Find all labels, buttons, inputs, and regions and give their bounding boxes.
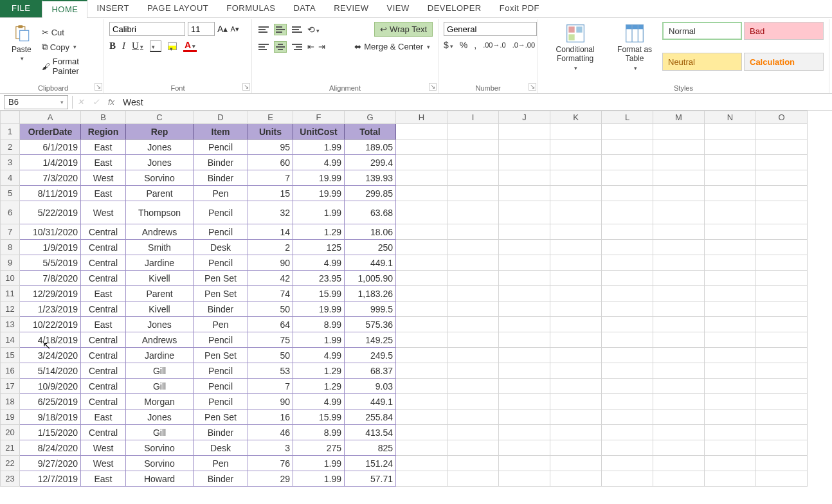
cell[interactable] xyxy=(653,155,705,170)
percent-format-button[interactable]: % xyxy=(460,40,467,50)
cell[interactable] xyxy=(653,240,705,255)
underline-button[interactable]: U xyxy=(132,40,143,51)
cell[interactable] xyxy=(550,255,602,271)
cell[interactable] xyxy=(550,170,602,186)
cell[interactable] xyxy=(602,348,653,363)
tab-developer[interactable]: DEVELOPER xyxy=(419,0,491,17)
cell[interactable] xyxy=(705,186,756,201)
alignment-launcher-icon[interactable]: ↘ xyxy=(429,83,437,91)
row-header-21[interactable]: 21 xyxy=(1,440,20,456)
align-center-icon[interactable] xyxy=(274,41,287,53)
cell[interactable] xyxy=(756,224,808,240)
cell[interactable]: 151.24 xyxy=(345,456,396,471)
cell[interactable] xyxy=(550,240,602,255)
cell[interactable] xyxy=(653,410,705,425)
cell[interactable] xyxy=(499,240,550,255)
cell[interactable]: Andrews xyxy=(126,332,194,348)
cell[interactable]: 64 xyxy=(248,317,293,332)
cell[interactable]: 4.99 xyxy=(293,348,345,363)
cell[interactable] xyxy=(705,255,756,271)
cell[interactable] xyxy=(448,379,499,394)
cell[interactable]: 449.1 xyxy=(345,394,396,410)
col-header-F[interactable]: F xyxy=(293,111,345,124)
row-header-12[interactable]: 12 xyxy=(1,302,20,317)
cell[interactable] xyxy=(756,302,808,317)
cell[interactable]: Pencil xyxy=(194,201,248,224)
fx-icon[interactable]: fx xyxy=(104,97,119,107)
col-header-N[interactable]: N xyxy=(705,111,756,124)
cell[interactable] xyxy=(396,379,448,394)
cell[interactable]: Pen Set xyxy=(194,286,248,302)
cell[interactable]: 5/22/2019 xyxy=(20,201,81,224)
cell[interactable] xyxy=(499,425,550,440)
cell[interactable]: West xyxy=(81,201,126,224)
cell[interactable] xyxy=(602,317,653,332)
cell[interactable]: Gill xyxy=(126,363,194,379)
cell[interactable]: Sorvino xyxy=(126,440,194,456)
cell[interactable]: East xyxy=(81,140,126,155)
cell[interactable]: 4.99 xyxy=(293,394,345,410)
italic-button[interactable]: I xyxy=(122,40,125,51)
row-header-8[interactable]: 8 xyxy=(1,240,20,255)
cell[interactable] xyxy=(756,471,808,487)
cell[interactable] xyxy=(550,348,602,363)
cell[interactable] xyxy=(705,394,756,410)
cell[interactable] xyxy=(499,379,550,394)
cell[interactable]: 1.99 xyxy=(293,201,345,224)
cell[interactable] xyxy=(756,363,808,379)
cell[interactable] xyxy=(499,255,550,271)
cell[interactable]: Parent xyxy=(126,186,194,201)
cell[interactable] xyxy=(396,140,448,155)
cell[interactable] xyxy=(602,201,653,224)
cell[interactable]: 9/18/2019 xyxy=(20,410,81,425)
cell[interactable] xyxy=(550,302,602,317)
cell[interactable] xyxy=(550,124,602,140)
cell[interactable]: Jardine xyxy=(126,348,194,363)
cell[interactable]: 12/29/2019 xyxy=(20,286,81,302)
cell[interactable] xyxy=(653,186,705,201)
cell[interactable] xyxy=(396,286,448,302)
row-header-6[interactable]: 6 xyxy=(1,201,20,224)
cell[interactable]: Howard xyxy=(126,471,194,487)
cell[interactable] xyxy=(756,201,808,224)
cell[interactable]: 9/27/2020 xyxy=(20,456,81,471)
cell[interactable] xyxy=(705,224,756,240)
cell[interactable]: Pencil xyxy=(194,140,248,155)
cell[interactable] xyxy=(756,317,808,332)
cell[interactable]: 4.99 xyxy=(293,155,345,170)
row-header-7[interactable]: 7 xyxy=(1,224,20,240)
cell[interactable]: Central xyxy=(81,379,126,394)
cell[interactable] xyxy=(705,379,756,394)
cell[interactable]: West xyxy=(81,456,126,471)
cell[interactable]: Central xyxy=(81,302,126,317)
cell[interactable]: Pen xyxy=(194,456,248,471)
cell[interactable]: 1.99 xyxy=(293,456,345,471)
cell[interactable] xyxy=(448,255,499,271)
row-header-18[interactable]: 18 xyxy=(1,394,20,410)
cell[interactable]: 60 xyxy=(248,155,293,170)
cell[interactable] xyxy=(448,286,499,302)
cell[interactable] xyxy=(756,456,808,471)
cell[interactable]: 250 xyxy=(345,240,396,255)
cell-style-calculation[interactable]: Calculation xyxy=(744,53,824,71)
tab-file[interactable]: FILE xyxy=(0,0,42,17)
cell[interactable] xyxy=(705,170,756,186)
row-header-20[interactable]: 20 xyxy=(1,425,20,440)
cell[interactable] xyxy=(396,255,448,271)
format-painter-button[interactable]: 🖌Format Painter xyxy=(39,55,98,77)
cell[interactable]: 299.85 xyxy=(345,186,396,201)
copy-button[interactable]: ⧉Copy xyxy=(39,40,98,53)
cell[interactable] xyxy=(602,286,653,302)
merge-center-button[interactable]: ⬌Merge & Center xyxy=(352,40,433,53)
cell[interactable] xyxy=(705,271,756,286)
cell[interactable] xyxy=(705,302,756,317)
cell[interactable]: 3/24/2020 xyxy=(20,348,81,363)
cell[interactable] xyxy=(756,271,808,286)
cell[interactable] xyxy=(448,186,499,201)
cell[interactable] xyxy=(705,440,756,456)
cell[interactable] xyxy=(653,286,705,302)
cell[interactable] xyxy=(396,332,448,348)
cell[interactable] xyxy=(653,394,705,410)
row-header-11[interactable]: 11 xyxy=(1,286,20,302)
cell[interactable]: 249.5 xyxy=(345,348,396,363)
